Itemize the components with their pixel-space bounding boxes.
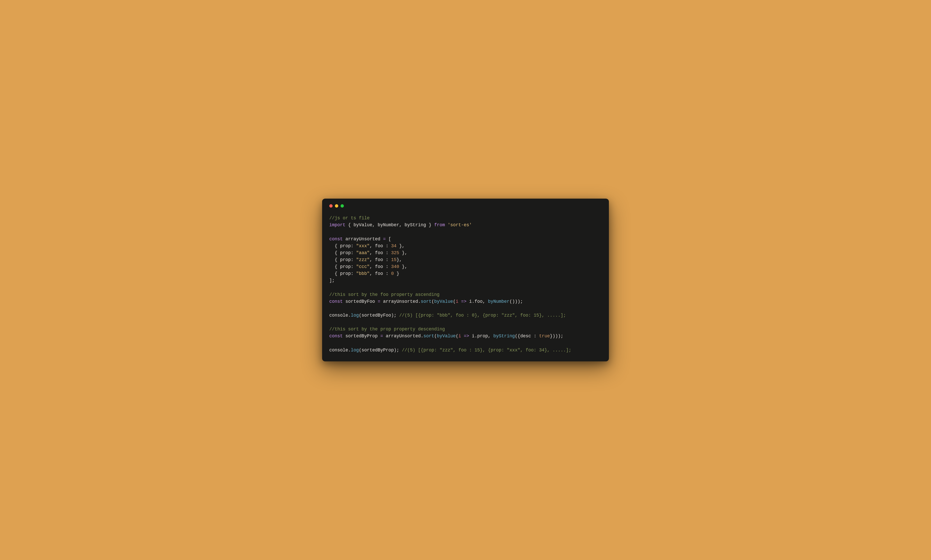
function-call: byString xyxy=(493,334,515,338)
import-name: byValue xyxy=(354,222,373,228)
window-titlebar xyxy=(329,204,602,208)
keyword-from: from xyxy=(434,222,445,228)
comment-line: //this sort by the foo property ascendin… xyxy=(329,292,439,297)
comment-line: //(5) [{prop: "bbb", foo : 0}, {prop: "z… xyxy=(399,313,566,318)
comment-line: //(5) [{prop: "zzz", foo : 15}, {prop: "… xyxy=(402,348,572,353)
string-literal: "xxx" xyxy=(356,243,370,249)
number-literal: 15 xyxy=(391,257,397,262)
number-literal: 340 xyxy=(391,264,399,269)
keyword-const: const xyxy=(329,237,343,242)
string-literal: "bbb" xyxy=(356,271,370,276)
string-literal: "ccc" xyxy=(356,264,370,269)
import-name: byString xyxy=(405,222,426,228)
number-literal: 0 xyxy=(391,271,394,276)
comment-line: //js or ts file xyxy=(329,215,370,221)
number-literal: 34 xyxy=(391,243,397,249)
close-icon[interactable] xyxy=(329,204,333,208)
code-window: //js or ts file import { byValue, byNumb… xyxy=(322,198,609,362)
param: i xyxy=(456,299,459,304)
function-call: byNumber xyxy=(488,299,510,304)
method-call: log xyxy=(351,348,359,353)
keyword-const: const xyxy=(329,299,343,304)
code-block: //js or ts file import { byValue, byNumb… xyxy=(329,215,602,354)
variable-name: arrayUnsorted xyxy=(345,237,381,242)
method-call: sort xyxy=(424,334,434,338)
comment-line: //this sort by the prop property descend… xyxy=(329,326,445,332)
keyword-const: const xyxy=(329,334,343,338)
keyword-import: import xyxy=(329,222,345,228)
method-call: sort xyxy=(421,299,432,304)
variable-name: sortedByProp xyxy=(345,334,378,338)
function-call: byValue xyxy=(434,299,453,304)
param: i xyxy=(458,334,461,338)
string-literal: 'sort-es' xyxy=(448,222,472,228)
string-literal: "zzz" xyxy=(356,257,370,262)
console-object: console xyxy=(329,348,348,353)
maximize-icon[interactable] xyxy=(341,204,344,208)
boolean-literal: true xyxy=(539,334,550,338)
variable-name: sortedByFoo xyxy=(345,299,375,304)
method-call: log xyxy=(351,313,359,318)
string-literal: "aaa" xyxy=(356,250,370,255)
minimize-icon[interactable] xyxy=(335,204,338,208)
console-object: console xyxy=(329,313,348,318)
number-literal: 325 xyxy=(391,250,399,255)
import-name: byNumber xyxy=(378,222,399,228)
function-call: byValue xyxy=(437,334,456,338)
